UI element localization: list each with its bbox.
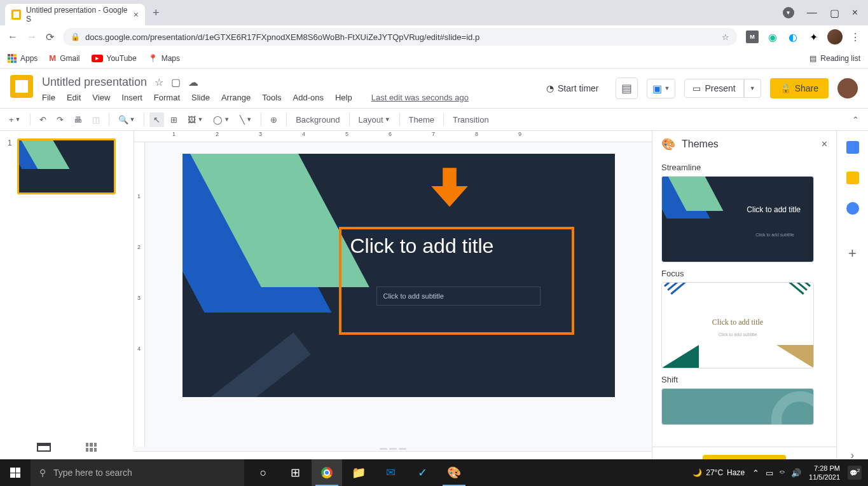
menu-insert[interactable]: Insert: [121, 93, 142, 102]
theme-button[interactable]: Theme: [405, 112, 438, 127]
account-circle-icon[interactable]: ▾: [783, 7, 794, 18]
cortana-icon[interactable]: ○: [248, 459, 279, 486]
calendar-icon[interactable]: [846, 141, 859, 154]
theme-option-shift[interactable]: [661, 388, 814, 425]
battery-icon[interactable]: ▭: [766, 468, 773, 478]
tasks-icon[interactable]: [846, 202, 859, 215]
bookmark-maps[interactable]: 📍 Maps: [148, 54, 180, 63]
menu-addons[interactable]: Add-ons: [293, 93, 324, 102]
theme-option-streamline[interactable]: Click to add title Click to add subtitle: [661, 176, 814, 262]
chrome-menu-icon[interactable]: ⋮: [850, 31, 860, 43]
grammarly-ext-icon[interactable]: ◉: [766, 30, 779, 43]
todo-taskbar-icon[interactable]: ✓: [407, 459, 437, 486]
clockify-ext-icon[interactable]: ◐: [787, 30, 799, 43]
comment-button[interactable]: ⊕: [266, 112, 281, 127]
select-tool[interactable]: ↖: [149, 112, 164, 127]
bookmark-apps[interactable]: Apps: [8, 54, 38, 63]
account-avatar[interactable]: [837, 78, 858, 98]
present-dropdown[interactable]: ▼: [744, 79, 761, 98]
slideshow-settings-button[interactable]: ▣▼: [647, 79, 676, 98]
new-tab-button[interactable]: +: [153, 6, 160, 20]
slides-logo-icon[interactable]: [10, 75, 33, 98]
menu-edit[interactable]: Edit: [67, 93, 81, 102]
redo-button[interactable]: ↷: [53, 112, 67, 127]
menu-view[interactable]: View: [92, 93, 110, 102]
bookmark-reading-list[interactable]: ▤ Reading list: [809, 54, 860, 63]
mail-taskbar-icon[interactable]: ✉: [375, 459, 406, 486]
profile-avatar[interactable]: [827, 29, 843, 44]
back-icon[interactable]: ←: [8, 31, 18, 43]
bookmark-gmail[interactable]: M Gmail: [49, 53, 79, 63]
paint-taskbar-icon[interactable]: 🎨: [439, 459, 469, 486]
bookmark-star-icon[interactable]: ☆: [722, 32, 729, 42]
slide-thumbnail-1[interactable]: [17, 138, 116, 194]
taskbar-search[interactable]: ⚲ Type here to search: [31, 459, 244, 486]
minimize-icon[interactable]: —: [807, 7, 817, 19]
line-tool[interactable]: ╲ ▼: [236, 112, 256, 127]
slide-canvas[interactable]: Click to add title Click to add subtitle: [183, 154, 615, 397]
print-button[interactable]: 🖶: [70, 112, 86, 127]
zoom-button[interactable]: 🔍 ▼: [114, 112, 139, 127]
star-icon[interactable]: ☆: [155, 76, 163, 88]
notes-resize-handle[interactable]: [134, 446, 652, 451]
slides-header: Untitled presentation ☆ ▢ ☁ File Edit Vi…: [0, 69, 868, 108]
task-view-icon[interactable]: ⊞: [280, 459, 310, 486]
maximize-icon[interactable]: ▢: [830, 7, 839, 19]
last-edit-info[interactable]: Last edit was seconds ago: [371, 93, 469, 102]
cloud-status-icon[interactable]: ☁: [188, 76, 198, 88]
reload-icon[interactable]: ⟳: [46, 31, 54, 43]
gmail-ext-icon[interactable]: M: [746, 30, 759, 43]
close-tab-icon[interactable]: ×: [134, 10, 139, 20]
close-panel-icon[interactable]: ×: [822, 138, 827, 150]
taskbar-clock[interactable]: 7:28 PM 11/5/2021: [809, 464, 840, 482]
search-icon: ⚲: [39, 468, 46, 478]
grid-view-button[interactable]: [86, 443, 97, 452]
theme-option-focus[interactable]: Click to add title Click to add subtitle: [661, 282, 814, 368]
textbox-tool[interactable]: ⊞: [167, 112, 181, 127]
themes-panel: 🎨 Themes × Streamline Click to add title…: [652, 131, 836, 485]
filmstrip-view-button[interactable]: [37, 443, 51, 452]
background-button[interactable]: Background: [292, 112, 343, 127]
wifi-icon[interactable]: ⌔: [780, 468, 785, 478]
undo-button[interactable]: ↶: [36, 112, 50, 127]
start-button[interactable]: [0, 459, 31, 486]
keep-icon[interactable]: [846, 172, 859, 184]
browser-tab[interactable]: Untitled presentation - Google S ×: [5, 4, 145, 25]
image-tool[interactable]: 🖼 ▼: [184, 112, 207, 127]
tray-expand-icon[interactable]: ⌃: [752, 468, 759, 478]
chrome-taskbar-icon[interactable]: [312, 459, 342, 486]
title-placeholder-box[interactable]: Click to add title Click to add subtitle: [339, 227, 574, 335]
close-icon[interactable]: ×: [852, 7, 858, 19]
paint-format-button[interactable]: ◫: [88, 112, 104, 127]
move-icon[interactable]: ▢: [171, 76, 181, 88]
volume-icon[interactable]: 🔊: [791, 468, 801, 478]
view-mode-controls: [0, 436, 134, 459]
subtitle-placeholder-box[interactable]: Click to add subtitle: [376, 287, 541, 306]
menu-slide[interactable]: Slide: [191, 93, 210, 102]
menu-file[interactable]: File: [42, 93, 55, 102]
extensions-icon[interactable]: ✦: [807, 30, 820, 43]
weather-widget[interactable]: 🌙 27°C Haze: [692, 468, 745, 477]
explorer-taskbar-icon[interactable]: 📁: [343, 459, 374, 486]
document-title[interactable]: Untitled presentation: [42, 76, 147, 89]
forward-icon[interactable]: →: [27, 31, 37, 43]
share-button[interactable]: 🔒 Share: [770, 78, 829, 98]
weather-icon: 🌙: [692, 468, 702, 477]
new-slide-button[interactable]: + ▼: [5, 112, 25, 127]
address-bar[interactable]: 🔒 docs.google.com/presentation/d/1eGTXE6…: [63, 28, 737, 46]
present-button[interactable]: ▭ Present: [684, 79, 743, 98]
menu-tools[interactable]: Tools: [262, 93, 281, 102]
menu-help[interactable]: Help: [335, 93, 352, 102]
comments-icon[interactable]: ▤: [616, 78, 638, 99]
transition-button[interactable]: Transition: [449, 112, 493, 127]
collapse-toolbar-icon[interactable]: ⌃: [848, 112, 863, 127]
menu-arrange[interactable]: Arrange: [221, 93, 251, 102]
start-timer-button[interactable]: ◔ Start timer: [539, 79, 607, 97]
layout-button[interactable]: Layout ▼: [355, 112, 394, 127]
shape-tool[interactable]: ◯ ▼: [209, 112, 233, 127]
menu-format[interactable]: Format: [154, 93, 180, 102]
add-addon-icon[interactable]: +: [848, 245, 857, 262]
bookmarks-bar: Apps M Gmail ▶ YouTube 📍 Maps ▤ Reading …: [0, 48, 868, 69]
notifications-icon[interactable]: 💬2: [848, 466, 862, 480]
bookmark-youtube[interactable]: ▶ YouTube: [92, 54, 137, 63]
